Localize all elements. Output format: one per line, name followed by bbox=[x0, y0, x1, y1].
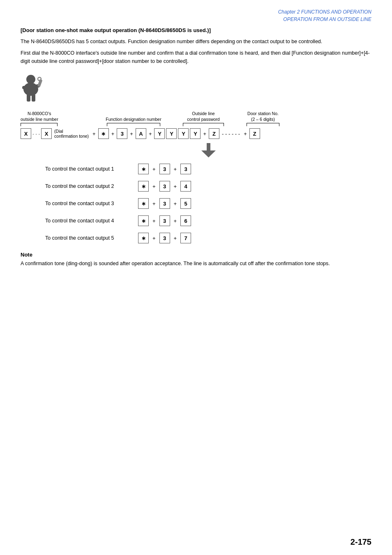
output2-box2: 3 bbox=[159, 181, 170, 192]
door-station-label: Door station No. (2 – 6 digits) bbox=[247, 111, 279, 122]
box-y1: Y bbox=[154, 128, 165, 139]
box-y4: Y bbox=[190, 128, 201, 139]
svg-marker-9 bbox=[201, 150, 216, 157]
plus4: + bbox=[149, 131, 152, 137]
output-row-1: To control the contact output 1 ∗ + 3 + … bbox=[45, 164, 371, 174]
output4-box3: 6 bbox=[180, 215, 191, 226]
function-designation-label: Function designation number bbox=[106, 117, 161, 123]
svg-rect-2 bbox=[22, 86, 27, 89]
output3-box1: ∗ bbox=[138, 198, 149, 209]
output-label-1: To control the contact output 1 bbox=[45, 166, 136, 172]
output3-box3: 5 bbox=[180, 198, 191, 209]
plus1: + bbox=[92, 131, 96, 137]
box-z2: Z bbox=[249, 128, 260, 139]
box-y2: Y bbox=[166, 128, 177, 139]
section-title: [Door station one-shot make output opera… bbox=[21, 27, 371, 33]
output-row-5: To control the contact output 5 ∗ + 3 + … bbox=[45, 233, 371, 243]
output-label-4: To control the contact output 4 bbox=[45, 218, 136, 224]
output3-box2: 3 bbox=[159, 198, 170, 209]
dial-note: (Dialconfirmation tone) bbox=[54, 129, 89, 139]
output2-box3: 4 bbox=[180, 181, 191, 192]
box-z1: Z bbox=[209, 128, 219, 139]
svg-point-0 bbox=[26, 75, 35, 84]
plus6: + bbox=[244, 131, 247, 137]
output4-box1: ∗ bbox=[138, 215, 149, 226]
svg-rect-6 bbox=[27, 94, 30, 102]
output4-box2: 3 bbox=[159, 215, 170, 226]
output-row-2: To control the contact output 2 ∗ + 3 + … bbox=[45, 181, 371, 192]
svg-point-1 bbox=[23, 83, 38, 96]
page-number: 2-175 bbox=[350, 537, 371, 547]
page-header: Chapter 2 FUNCTIONS AND OPERATION OPERAT… bbox=[21, 8, 371, 23]
output-label-3: To control the contact output 3 bbox=[45, 201, 136, 206]
outside-line-label: N-8000CO's outside line number bbox=[21, 111, 58, 122]
header-line1: Chapter 2 FUNCTIONS AND OPERATION bbox=[21, 8, 371, 16]
plus2: + bbox=[111, 131, 115, 137]
plus3: + bbox=[130, 131, 133, 137]
down-arrow-icon bbox=[201, 143, 216, 157]
person-icon bbox=[21, 74, 49, 106]
note-section: Note A confirmation tone (ding-dong) is … bbox=[21, 252, 371, 268]
output2-box1: ∗ bbox=[138, 181, 149, 192]
output-row-3: To control the contact output 3 ∗ + 3 + … bbox=[45, 198, 371, 209]
header-line2: OPERATION FROM AN OUTSIDE LINE bbox=[21, 16, 371, 23]
note-title: Note bbox=[21, 252, 371, 258]
output1-box1: ∗ bbox=[138, 164, 149, 174]
output5-box3: 7 bbox=[180, 233, 191, 243]
box-x1: X bbox=[21, 128, 31, 139]
output-section: To control the contact output 1 ∗ + 3 + … bbox=[45, 164, 371, 243]
diagram-labels: N-8000CO's outside line number Function … bbox=[21, 111, 371, 126]
output1-box2: 3 bbox=[159, 164, 170, 174]
outside-line-control-label: Outside line control password bbox=[187, 111, 219, 122]
box-a: A bbox=[136, 128, 146, 139]
svg-point-5 bbox=[38, 77, 41, 81]
output5-box2: 3 bbox=[159, 233, 170, 243]
output-row-4: To control the contact output 4 ∗ + 3 + … bbox=[45, 215, 371, 226]
output-label-2: To control the contact output 2 bbox=[45, 183, 136, 189]
diagram-area: N-8000CO's outside line number Function … bbox=[21, 74, 371, 157]
body-paragraph-2: First dial the N-8000CO interface's outs… bbox=[21, 49, 371, 65]
output5-box1: ∗ bbox=[138, 233, 149, 243]
plus5: + bbox=[203, 131, 206, 137]
box-x2: X bbox=[41, 128, 52, 139]
box-y3: Y bbox=[178, 128, 189, 139]
box-asterisk1: ∗ bbox=[98, 128, 109, 139]
svg-rect-8 bbox=[207, 143, 210, 150]
note-text: A confirmation tone (ding-dong) is sound… bbox=[21, 259, 371, 268]
output1-box3: 3 bbox=[180, 164, 191, 174]
output-label-5: To control the contact output 5 bbox=[45, 235, 136, 241]
dashes: - - - - - - bbox=[222, 131, 240, 137]
formula-row: X · · · X (Dialconfirmation tone) + ∗ + … bbox=[21, 128, 371, 139]
dots: · · · bbox=[32, 131, 40, 137]
arrow-container bbox=[45, 143, 371, 157]
body-paragraph-1: The N-8640DS/8650DS has 5 contact output… bbox=[21, 37, 371, 46]
svg-rect-7 bbox=[32, 94, 35, 102]
box-3a: 3 bbox=[117, 128, 127, 139]
